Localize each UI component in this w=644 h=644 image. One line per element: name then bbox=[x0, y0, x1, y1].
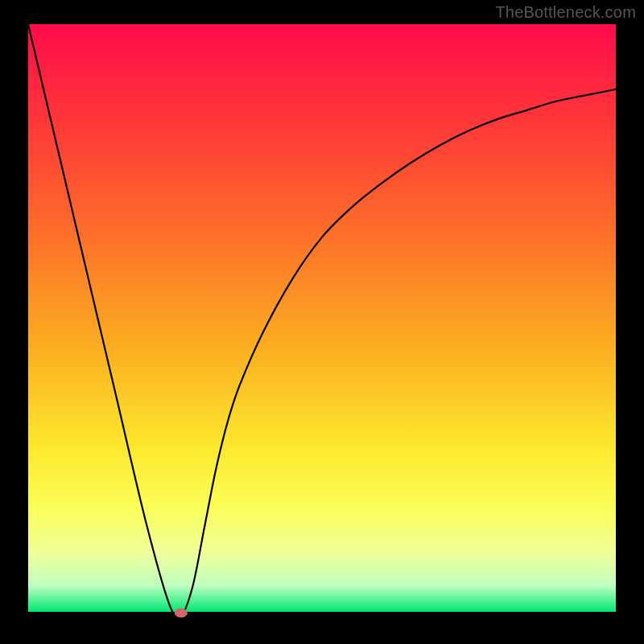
watermark-text: TheBottleneck.com bbox=[495, 3, 636, 22]
chart-frame: TheBottleneck.com bbox=[0, 0, 644, 644]
bottleneck-curve bbox=[28, 24, 616, 617]
plot-area bbox=[28, 24, 616, 616]
minimum-marker bbox=[175, 608, 188, 617]
curve-layer bbox=[28, 24, 616, 616]
